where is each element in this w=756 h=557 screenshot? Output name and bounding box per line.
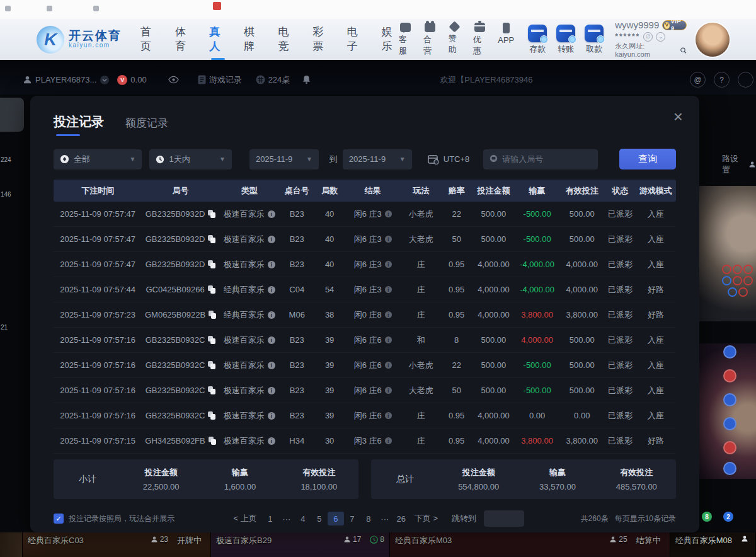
page-number[interactable]: 1 (262, 512, 278, 525)
wallet-link[interactable]: 取款 (585, 25, 604, 55)
result-info-icon[interactable]: i (385, 387, 392, 394)
page-number[interactable]: 6 (328, 512, 344, 525)
range-select[interactable]: 1天内 ▼ (149, 149, 232, 169)
result-info-icon[interactable]: i (385, 437, 392, 444)
road-bead (733, 265, 742, 274)
nav-item[interactable]: 娱乐 (381, 25, 399, 55)
result-info-icon[interactable]: i (385, 412, 392, 419)
info-icon[interactable]: i (268, 236, 275, 243)
brand-logo[interactable]: K 开云体育 kaiyun.com (37, 26, 122, 54)
query-button[interactable]: 查询 (619, 149, 676, 169)
quick-link[interactable]: APP (498, 23, 514, 57)
quick-link[interactable]: 赞助 (449, 23, 461, 57)
magnifier-icon[interactable] (680, 47, 687, 54)
road-bead (733, 276, 742, 285)
user-avatar[interactable] (696, 23, 730, 57)
game-type-text: 极速百家乐 (224, 410, 265, 422)
wallet-link[interactable]: 存款 (528, 25, 547, 55)
copy-icon[interactable] (208, 361, 215, 369)
info-icon[interactable]: i (268, 311, 275, 319)
round-number-input[interactable] (483, 149, 598, 169)
cell-bet-amount: 500.00 (472, 209, 515, 219)
quick-link[interactable]: 合营 (423, 23, 436, 57)
username[interactable]: wywy9999 (615, 20, 659, 32)
nav-item[interactable]: 彩票 (312, 25, 330, 55)
category-select[interactable]: 全部 ▼ (54, 149, 142, 169)
player-menu[interactable]: PLAYER46873... (23, 75, 110, 85)
result-info-icon[interactable]: i (385, 362, 392, 369)
page-number[interactable]: 8 (360, 512, 377, 525)
page-number[interactable]: ··· (278, 512, 295, 525)
game-records-link[interactable]: 游戏记录 (198, 74, 242, 86)
info-icon[interactable]: i (268, 412, 275, 420)
date-to-select[interactable]: 2025-11-9 ▼ (343, 149, 412, 169)
summary-win-value: 33,570.00 (518, 482, 597, 491)
tables-count-link[interactable]: 224桌 (256, 74, 290, 86)
result-info-icon[interactable]: i (385, 210, 392, 217)
column-header: 游戏模式 (636, 185, 676, 197)
live-table-tile[interactable]: 经典百家乐M03 25 结算中 (390, 532, 670, 557)
info-icon[interactable]: i (268, 286, 275, 294)
copy-icon[interactable] (208, 336, 215, 344)
more-icon[interactable] (738, 72, 753, 88)
quick-link[interactable]: 客服 (399, 23, 411, 57)
summary-bet-label: 投注金额 (439, 467, 518, 478)
live-table-tile[interactable]: 极速百家乐B29 17 8 (211, 532, 390, 557)
result-info-icon[interactable]: i (385, 236, 392, 243)
copy-icon[interactable] (208, 210, 215, 218)
nav-item[interactable]: 体育 (175, 25, 193, 55)
live-table-tile[interactable]: 经典百家乐C03 23 开牌中 (23, 532, 211, 557)
nav-item[interactable]: 电竞 (278, 25, 296, 55)
road-settings-link[interactable]: 路设置 (722, 153, 756, 176)
modal-tab[interactable]: 额度记录 (125, 116, 168, 136)
nav-item[interactable]: 真人 (209, 25, 227, 55)
timezone-control[interactable]: UTC+8 (428, 154, 470, 164)
info-icon[interactable]: i (268, 437, 275, 445)
info-icon[interactable]: i (268, 387, 275, 394)
copy-icon[interactable] (208, 260, 215, 268)
info-icon[interactable]: i (268, 336, 275, 344)
page-number[interactable]: 26 (393, 512, 410, 525)
quick-link[interactable]: 优惠 (473, 23, 486, 57)
page-number[interactable]: ··· (377, 512, 393, 525)
merge-display-checkbox[interactable]: ✓ (54, 514, 64, 524)
column-header: 类型 (219, 185, 280, 197)
nav-item[interactable]: 首页 (140, 25, 158, 55)
wallet-link[interactable]: 转账 (556, 25, 575, 55)
date-from-select[interactable]: 2025-11-9 ▼ (249, 149, 319, 169)
result-info-icon[interactable]: i (385, 336, 392, 343)
close-icon[interactable]: × (673, 108, 683, 125)
summary-valid-label: 有效投注 (597, 467, 676, 478)
result-info-icon[interactable]: i (385, 311, 392, 318)
balance-display[interactable]: V 0.00 (117, 75, 146, 85)
refresh-icon[interactable]: ⌄ (656, 32, 665, 42)
copy-icon[interactable] (209, 311, 216, 319)
help-icon[interactable]: ? (714, 72, 730, 88)
next-page-button[interactable]: 下页 > (412, 513, 440, 524)
browser-extension-icon[interactable] (213, 2, 221, 10)
result-info-icon[interactable]: i (385, 261, 392, 268)
modal-tab[interactable]: 投注记录 (54, 113, 104, 136)
copy-icon[interactable] (208, 285, 215, 294)
copy-icon[interactable] (208, 235, 215, 243)
nav-item[interactable]: 电子 (347, 25, 365, 55)
page-number[interactable]: 7 (344, 512, 360, 525)
quick-link-label: 优惠 (473, 34, 486, 57)
page-number[interactable]: 5 (311, 512, 328, 525)
jump-to-input[interactable] (484, 510, 524, 527)
result-info-icon[interactable]: i (385, 286, 392, 293)
copy-icon[interactable] (209, 437, 216, 445)
info-icon[interactable]: i (268, 210, 275, 218)
page-number[interactable]: 4 (295, 512, 311, 525)
copy-icon[interactable] (208, 411, 215, 420)
copy-icon[interactable] (208, 386, 215, 394)
info-icon[interactable]: i (268, 362, 275, 369)
visibility-toggle[interactable] (168, 76, 179, 84)
notifications-button[interactable] (302, 75, 311, 84)
prev-page-button[interactable]: < 上页 (231, 513, 260, 524)
eye-off-icon[interactable]: ∅ (643, 32, 653, 42)
service-icon[interactable]: @ (690, 72, 706, 88)
live-table-tile[interactable]: 经典百家乐M08 (670, 532, 756, 557)
info-icon[interactable]: i (268, 261, 275, 268)
nav-item[interactable]: 棋牌 (244, 25, 261, 55)
